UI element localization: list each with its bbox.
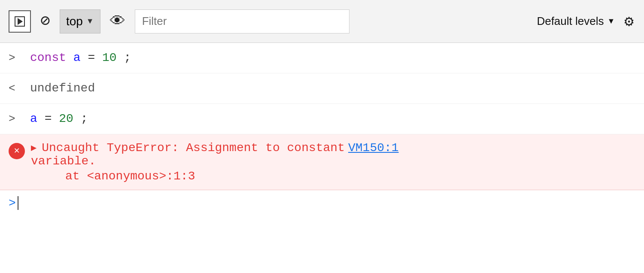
error-link[interactable]: VM150:1 — [348, 141, 399, 155]
num-20: 20 — [59, 112, 73, 125]
undefined-value: undefined — [30, 79, 95, 97]
code-3: a = 20 ; — [30, 110, 88, 128]
log-levels-arrow-icon: ▼ — [607, 17, 615, 26]
error-main-line: ▶ Uncaught TypeError: Assignment to cons… — [31, 141, 635, 155]
num-10: 10 — [102, 51, 117, 64]
cursor — [18, 196, 18, 210]
var-a-1: a — [73, 51, 81, 64]
console-line-1: > const a = 10 ; — [0, 43, 644, 73]
error-stack: at <anonymous>:1:3 — [31, 170, 635, 183]
error-row: ✕ ▶ Uncaught TypeError: Assignment to co… — [0, 134, 644, 190]
prompt-2: < — [9, 79, 21, 97]
error-icon: ✕ — [9, 143, 25, 159]
console-input-line: > — [0, 190, 644, 216]
sidebar-toggle-button[interactable] — [9, 10, 31, 33]
eye-button[interactable]: 👁 — [108, 10, 127, 33]
console-output: > const a = 10 ; < undefined > a = 20 ; … — [0, 43, 644, 216]
input-prompt: > — [9, 197, 16, 210]
toolbar: ⊘ top ▼ 👁 Default levels ▼ ⚙ — [0, 0, 644, 43]
log-levels-dropdown[interactable]: Default levels ▼ — [537, 15, 615, 28]
context-dropdown[interactable]: top ▼ — [60, 9, 100, 33]
console-line-2: < undefined — [0, 73, 644, 104]
prompt-3: > — [9, 110, 21, 127]
var-a-2: a — [30, 112, 37, 125]
dropdown-arrow-icon: ▼ — [86, 17, 94, 26]
keyword-const: const — [30, 51, 66, 64]
filter-input[interactable] — [135, 9, 349, 33]
gear-icon: ⚙ — [624, 12, 634, 31]
eye-icon: 👁 — [110, 12, 125, 31]
prompt-1: > — [9, 49, 21, 67]
play-icon — [18, 18, 23, 25]
settings-button[interactable]: ⚙ — [623, 10, 635, 33]
log-levels-label: Default levels — [537, 15, 604, 28]
error-content: ▶ Uncaught TypeError: Assignment to cons… — [31, 141, 635, 183]
error-triangle-icon: ▶ — [31, 142, 36, 154]
error-message: Uncaught TypeError: Assignment to consta… — [42, 141, 345, 155]
block-icon: ⊘ — [40, 13, 50, 30]
sidebar-icon — [15, 16, 25, 27]
console-line-3: > a = 20 ; — [0, 104, 644, 134]
block-icon-button[interactable]: ⊘ — [39, 12, 52, 31]
context-label: top — [66, 15, 83, 28]
code-1: const a = 10 ; — [30, 49, 131, 67]
error-variable-line: variable. — [31, 155, 635, 168]
